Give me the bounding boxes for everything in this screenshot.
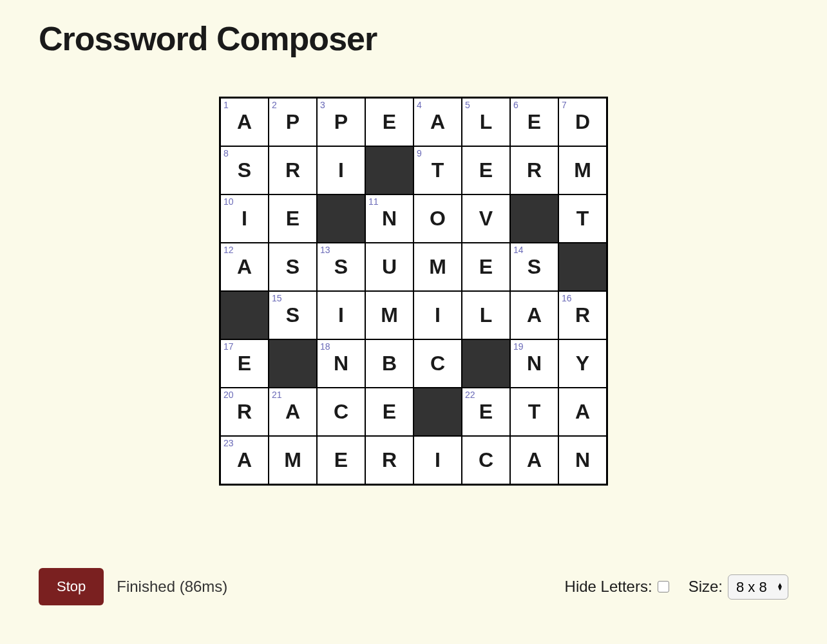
cell[interactable]: T [558, 194, 607, 243]
size-select[interactable]: 8 x 8 [728, 574, 788, 600]
cell-letter: N [334, 352, 348, 375]
cell-number: 19 [513, 341, 524, 352]
cell-number: 1 [223, 100, 229, 110]
cell[interactable]: 18N [317, 339, 365, 388]
cell-letter: E [383, 110, 396, 134]
cell[interactable]: M [269, 436, 317, 484]
cell[interactable]: A [510, 291, 558, 339]
cell-letter: N [575, 448, 590, 472]
cell[interactable]: C [317, 388, 365, 436]
cell[interactable]: E [462, 243, 510, 291]
cell[interactable]: 15S [269, 291, 317, 339]
cell[interactable]: 16R [558, 291, 607, 339]
cell[interactable]: 7D [558, 98, 607, 146]
cell-letter: A [575, 400, 590, 424]
cell[interactable]: 14S [510, 243, 558, 291]
cell[interactable]: 10I [220, 194, 269, 243]
cell-number: 6 [513, 100, 518, 110]
cell[interactable]: I [317, 291, 365, 339]
cell[interactable]: 5L [462, 98, 510, 146]
cell[interactable]: A [510, 436, 558, 484]
cell[interactable]: 8S [220, 146, 269, 194]
cell[interactable]: R [269, 146, 317, 194]
controls-right: Hide Letters: Size: 8 x 8 ▲ ▼ [565, 574, 788, 600]
cell-letter: R [575, 303, 590, 327]
cell[interactable]: N [558, 436, 607, 484]
cell[interactable]: 12A [220, 243, 269, 291]
cell-black [269, 339, 317, 388]
hide-letters-checkbox[interactable] [658, 581, 669, 592]
cell[interactable]: I [317, 146, 365, 194]
cell-letter: A [237, 255, 252, 279]
cell[interactable]: Y [558, 339, 607, 388]
cell-letter: E [334, 448, 348, 472]
cell-number: 8 [223, 148, 229, 158]
cell[interactable]: 13S [317, 243, 365, 291]
cell[interactable]: E [269, 194, 317, 243]
cell-letter: I [242, 207, 247, 231]
cell[interactable]: E [317, 436, 365, 484]
cell[interactable]: I [414, 291, 462, 339]
cell[interactable]: C [414, 339, 462, 388]
cell-number: 5 [465, 100, 470, 110]
cell[interactable]: R [365, 436, 414, 484]
cell[interactable]: S [269, 243, 317, 291]
cell-letter: I [338, 158, 344, 182]
cell[interactable]: 23A [220, 436, 269, 484]
cell[interactable]: E [462, 146, 510, 194]
cell-letter: U [382, 255, 397, 279]
cell[interactable]: M [558, 146, 607, 194]
cell-letter: V [479, 207, 493, 231]
cell[interactable]: V [462, 194, 510, 243]
size-group: Size: 8 x 8 ▲ ▼ [689, 574, 788, 600]
cell[interactable]: 2P [269, 98, 317, 146]
cell[interactable]: O [414, 194, 462, 243]
cell-letter: E [479, 158, 493, 182]
cell[interactable]: E [365, 388, 414, 436]
cell[interactable]: R [510, 146, 558, 194]
cell-letter: E [479, 400, 493, 424]
cell-letter: B [382, 352, 397, 375]
cell[interactable]: 17E [220, 339, 269, 388]
cell-letter: C [479, 448, 493, 472]
cell-letter: S [334, 255, 348, 279]
cell-number: 10 [223, 196, 234, 207]
size-label: Size: [689, 578, 723, 596]
controls-bar: Stop Finished (86ms) Hide Letters: Size:… [39, 568, 788, 605]
cell-letter: I [435, 448, 441, 472]
cell[interactable]: 21A [269, 388, 317, 436]
cell[interactable]: 3P [317, 98, 365, 146]
controls-left: Stop Finished (86ms) [39, 568, 227, 605]
cell[interactable]: 4A [414, 98, 462, 146]
cell[interactable]: U [365, 243, 414, 291]
cell[interactable]: C [462, 436, 510, 484]
cell-letter: R [237, 400, 252, 424]
cell[interactable]: M [365, 291, 414, 339]
cell-letter: T [528, 400, 541, 424]
cell[interactable]: M [414, 243, 462, 291]
cell[interactable]: E [365, 98, 414, 146]
cell[interactable]: I [414, 436, 462, 484]
cell-number: 22 [465, 390, 475, 400]
cell-number: 3 [320, 100, 325, 110]
cell[interactable]: 19N [510, 339, 558, 388]
cell[interactable]: 1A [220, 98, 269, 146]
cell-number: 15 [272, 293, 282, 303]
cell[interactable]: 6E [510, 98, 558, 146]
stop-button[interactable]: Stop [39, 568, 104, 605]
cell-number: 23 [223, 438, 234, 448]
cell[interactable]: 22E [462, 388, 510, 436]
cell[interactable]: 11N [365, 194, 414, 243]
cell-letter: P [286, 110, 299, 134]
cell-number: 11 [368, 196, 379, 207]
cell-number: 16 [562, 293, 572, 303]
cell-letter: D [575, 110, 590, 134]
cell[interactable]: L [462, 291, 510, 339]
cell[interactable]: 9T [414, 146, 462, 194]
size-select-wrapper: 8 x 8 ▲ ▼ [728, 574, 788, 600]
cell[interactable]: 20R [220, 388, 269, 436]
cell[interactable]: T [510, 388, 558, 436]
hide-letters-group: Hide Letters: [565, 578, 669, 596]
cell[interactable]: A [558, 388, 607, 436]
cell[interactable]: B [365, 339, 414, 388]
